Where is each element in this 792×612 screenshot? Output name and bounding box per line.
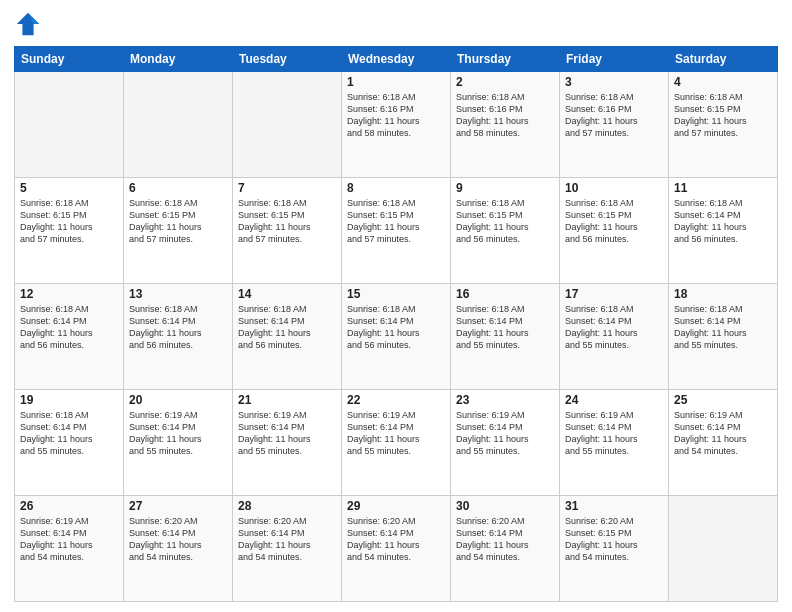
day-cell-19: 19Sunrise: 6:18 AM Sunset: 6:14 PM Dayli… — [15, 390, 124, 496]
day-cell-18: 18Sunrise: 6:18 AM Sunset: 6:14 PM Dayli… — [669, 284, 778, 390]
day-info: Sunrise: 6:18 AM Sunset: 6:15 PM Dayligh… — [347, 197, 445, 246]
day-number: 6 — [129, 181, 227, 195]
day-number: 22 — [347, 393, 445, 407]
day-cell-23: 23Sunrise: 6:19 AM Sunset: 6:14 PM Dayli… — [451, 390, 560, 496]
day-info: Sunrise: 6:20 AM Sunset: 6:14 PM Dayligh… — [347, 515, 445, 564]
day-number: 13 — [129, 287, 227, 301]
day-cell-12: 12Sunrise: 6:18 AM Sunset: 6:14 PM Dayli… — [15, 284, 124, 390]
day-info: Sunrise: 6:18 AM Sunset: 6:15 PM Dayligh… — [674, 91, 772, 140]
day-info: Sunrise: 6:18 AM Sunset: 6:15 PM Dayligh… — [20, 197, 118, 246]
day-info: Sunrise: 6:18 AM Sunset: 6:14 PM Dayligh… — [674, 197, 772, 246]
day-cell-24: 24Sunrise: 6:19 AM Sunset: 6:14 PM Dayli… — [560, 390, 669, 496]
week-row-3: 12Sunrise: 6:18 AM Sunset: 6:14 PM Dayli… — [15, 284, 778, 390]
day-info: Sunrise: 6:20 AM Sunset: 6:14 PM Dayligh… — [238, 515, 336, 564]
weekday-header-monday: Monday — [124, 47, 233, 72]
day-number: 28 — [238, 499, 336, 513]
day-info: Sunrise: 6:18 AM Sunset: 6:14 PM Dayligh… — [456, 303, 554, 352]
day-info: Sunrise: 6:19 AM Sunset: 6:14 PM Dayligh… — [565, 409, 663, 458]
weekday-header-sunday: Sunday — [15, 47, 124, 72]
day-number: 18 — [674, 287, 772, 301]
day-number: 27 — [129, 499, 227, 513]
day-cell-9: 9Sunrise: 6:18 AM Sunset: 6:15 PM Daylig… — [451, 178, 560, 284]
day-info: Sunrise: 6:19 AM Sunset: 6:14 PM Dayligh… — [674, 409, 772, 458]
weekday-header-thursday: Thursday — [451, 47, 560, 72]
page: SundayMondayTuesdayWednesdayThursdayFrid… — [0, 0, 792, 612]
empty-cell — [669, 496, 778, 602]
day-info: Sunrise: 6:18 AM Sunset: 6:15 PM Dayligh… — [238, 197, 336, 246]
day-info: Sunrise: 6:20 AM Sunset: 6:15 PM Dayligh… — [565, 515, 663, 564]
day-cell-25: 25Sunrise: 6:19 AM Sunset: 6:14 PM Dayli… — [669, 390, 778, 496]
week-row-1: 1Sunrise: 6:18 AM Sunset: 6:16 PM Daylig… — [15, 72, 778, 178]
logo — [14, 10, 46, 38]
day-cell-13: 13Sunrise: 6:18 AM Sunset: 6:14 PM Dayli… — [124, 284, 233, 390]
day-number: 5 — [20, 181, 118, 195]
day-cell-30: 30Sunrise: 6:20 AM Sunset: 6:14 PM Dayli… — [451, 496, 560, 602]
day-cell-2: 2Sunrise: 6:18 AM Sunset: 6:16 PM Daylig… — [451, 72, 560, 178]
day-cell-29: 29Sunrise: 6:20 AM Sunset: 6:14 PM Dayli… — [342, 496, 451, 602]
day-info: Sunrise: 6:18 AM Sunset: 6:14 PM Dayligh… — [565, 303, 663, 352]
day-number: 16 — [456, 287, 554, 301]
day-number: 2 — [456, 75, 554, 89]
day-cell-26: 26Sunrise: 6:19 AM Sunset: 6:14 PM Dayli… — [15, 496, 124, 602]
day-number: 1 — [347, 75, 445, 89]
day-cell-8: 8Sunrise: 6:18 AM Sunset: 6:15 PM Daylig… — [342, 178, 451, 284]
day-cell-3: 3Sunrise: 6:18 AM Sunset: 6:16 PM Daylig… — [560, 72, 669, 178]
weekday-header-saturday: Saturday — [669, 47, 778, 72]
day-cell-20: 20Sunrise: 6:19 AM Sunset: 6:14 PM Dayli… — [124, 390, 233, 496]
day-number: 15 — [347, 287, 445, 301]
empty-cell — [233, 72, 342, 178]
day-cell-22: 22Sunrise: 6:19 AM Sunset: 6:14 PM Dayli… — [342, 390, 451, 496]
day-info: Sunrise: 6:19 AM Sunset: 6:14 PM Dayligh… — [238, 409, 336, 458]
logo-icon — [14, 10, 42, 38]
day-number: 24 — [565, 393, 663, 407]
day-info: Sunrise: 6:18 AM Sunset: 6:14 PM Dayligh… — [674, 303, 772, 352]
weekday-header-wednesday: Wednesday — [342, 47, 451, 72]
day-info: Sunrise: 6:19 AM Sunset: 6:14 PM Dayligh… — [20, 515, 118, 564]
day-info: Sunrise: 6:18 AM Sunset: 6:15 PM Dayligh… — [565, 197, 663, 246]
day-number: 29 — [347, 499, 445, 513]
day-info: Sunrise: 6:18 AM Sunset: 6:14 PM Dayligh… — [20, 303, 118, 352]
day-cell-15: 15Sunrise: 6:18 AM Sunset: 6:14 PM Dayli… — [342, 284, 451, 390]
day-cell-6: 6Sunrise: 6:18 AM Sunset: 6:15 PM Daylig… — [124, 178, 233, 284]
day-info: Sunrise: 6:18 AM Sunset: 6:15 PM Dayligh… — [456, 197, 554, 246]
day-info: Sunrise: 6:19 AM Sunset: 6:14 PM Dayligh… — [456, 409, 554, 458]
day-info: Sunrise: 6:18 AM Sunset: 6:14 PM Dayligh… — [238, 303, 336, 352]
day-cell-5: 5Sunrise: 6:18 AM Sunset: 6:15 PM Daylig… — [15, 178, 124, 284]
day-number: 20 — [129, 393, 227, 407]
weekday-header-tuesday: Tuesday — [233, 47, 342, 72]
day-info: Sunrise: 6:18 AM Sunset: 6:16 PM Dayligh… — [347, 91, 445, 140]
day-cell-27: 27Sunrise: 6:20 AM Sunset: 6:14 PM Dayli… — [124, 496, 233, 602]
day-cell-1: 1Sunrise: 6:18 AM Sunset: 6:16 PM Daylig… — [342, 72, 451, 178]
day-cell-17: 17Sunrise: 6:18 AM Sunset: 6:14 PM Dayli… — [560, 284, 669, 390]
calendar-table: SundayMondayTuesdayWednesdayThursdayFrid… — [14, 46, 778, 602]
day-number: 12 — [20, 287, 118, 301]
weekday-header-friday: Friday — [560, 47, 669, 72]
day-number: 3 — [565, 75, 663, 89]
day-number: 9 — [456, 181, 554, 195]
day-cell-14: 14Sunrise: 6:18 AM Sunset: 6:14 PM Dayli… — [233, 284, 342, 390]
day-cell-21: 21Sunrise: 6:19 AM Sunset: 6:14 PM Dayli… — [233, 390, 342, 496]
day-number: 10 — [565, 181, 663, 195]
day-info: Sunrise: 6:19 AM Sunset: 6:14 PM Dayligh… — [129, 409, 227, 458]
week-row-2: 5Sunrise: 6:18 AM Sunset: 6:15 PM Daylig… — [15, 178, 778, 284]
day-number: 11 — [674, 181, 772, 195]
header — [14, 10, 778, 38]
day-number: 7 — [238, 181, 336, 195]
day-info: Sunrise: 6:18 AM Sunset: 6:16 PM Dayligh… — [456, 91, 554, 140]
day-number: 21 — [238, 393, 336, 407]
day-number: 4 — [674, 75, 772, 89]
day-cell-28: 28Sunrise: 6:20 AM Sunset: 6:14 PM Dayli… — [233, 496, 342, 602]
day-cell-4: 4Sunrise: 6:18 AM Sunset: 6:15 PM Daylig… — [669, 72, 778, 178]
day-number: 17 — [565, 287, 663, 301]
empty-cell — [15, 72, 124, 178]
day-number: 23 — [456, 393, 554, 407]
day-info: Sunrise: 6:20 AM Sunset: 6:14 PM Dayligh… — [456, 515, 554, 564]
week-row-4: 19Sunrise: 6:18 AM Sunset: 6:14 PM Dayli… — [15, 390, 778, 496]
week-row-5: 26Sunrise: 6:19 AM Sunset: 6:14 PM Dayli… — [15, 496, 778, 602]
day-cell-16: 16Sunrise: 6:18 AM Sunset: 6:14 PM Dayli… — [451, 284, 560, 390]
day-info: Sunrise: 6:18 AM Sunset: 6:16 PM Dayligh… — [565, 91, 663, 140]
day-number: 30 — [456, 499, 554, 513]
day-info: Sunrise: 6:18 AM Sunset: 6:15 PM Dayligh… — [129, 197, 227, 246]
day-cell-10: 10Sunrise: 6:18 AM Sunset: 6:15 PM Dayli… — [560, 178, 669, 284]
day-cell-11: 11Sunrise: 6:18 AM Sunset: 6:14 PM Dayli… — [669, 178, 778, 284]
